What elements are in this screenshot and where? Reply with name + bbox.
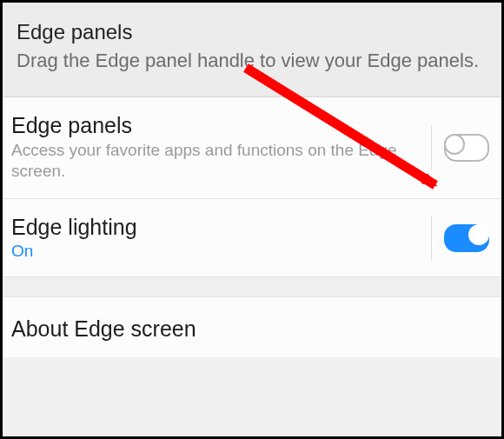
- settings-list: Edge panels Access your favorite apps an…: [3, 97, 501, 357]
- setting-title-edge-panels: Edge panels: [11, 113, 422, 138]
- setting-row-about[interactable]: About Edge screen: [3, 297, 501, 357]
- setting-description-edge-panels: Access your favorite apps and functions …: [11, 140, 422, 183]
- toggle-knob-icon: [444, 134, 465, 155]
- setting-title-edge-lighting: Edge lighting: [11, 215, 422, 240]
- setting-row-text: Edge panels Access your favorite apps an…: [11, 113, 431, 183]
- edge-lighting-toggle[interactable]: [444, 224, 489, 252]
- toggle-container: [431, 216, 489, 261]
- page-title: Edge panels: [17, 20, 487, 44]
- setting-row-edge-lighting[interactable]: Edge lighting On: [3, 199, 501, 277]
- setting-title-about: About Edge screen: [11, 316, 493, 342]
- page-description: Drag the Edge panel handle to view your …: [17, 48, 487, 74]
- toggle-container: [431, 125, 489, 170]
- setting-row-text: Edge lighting On: [11, 215, 431, 261]
- settings-header: Edge panels Drag the Edge panel handle t…: [3, 3, 501, 97]
- toggle-knob-icon: [468, 224, 489, 245]
- setting-status-edge-lighting: On: [11, 242, 422, 261]
- edge-panels-toggle[interactable]: [444, 134, 489, 162]
- section-divider: [3, 277, 501, 297]
- setting-row-edge-panels[interactable]: Edge panels Access your favorite apps an…: [3, 97, 501, 199]
